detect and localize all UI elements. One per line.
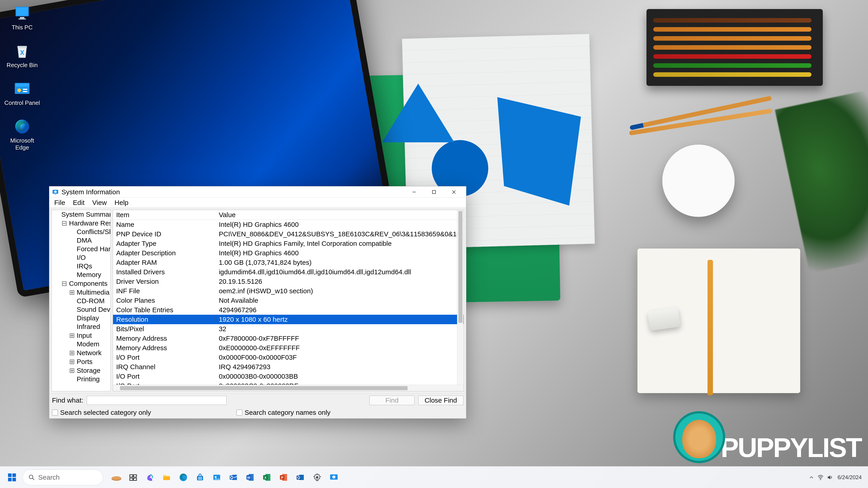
taskbar-app-microsoft-edge[interactable] — [176, 470, 191, 485]
taskbar-app-file-explorer[interactable] — [159, 470, 174, 485]
close-button[interactable] — [444, 186, 464, 198]
tree-item[interactable]: ⊞ Ports — [52, 357, 110, 366]
tree-item[interactable]: ⊟ Components — [52, 279, 110, 288]
tree-item[interactable]: Infrared — [52, 322, 110, 331]
list-row[interactable]: Memory Address0xF7800000-0xF7BFFFFF — [113, 334, 464, 343]
column-header-value[interactable]: Value — [216, 210, 464, 220]
tree-item[interactable]: ⊟ Hardware Resources — [52, 219, 110, 228]
taskbar-app-system-information[interactable]: i — [327, 470, 341, 485]
list-row[interactable]: Adapter DescriptionIntel(R) HD Graphics … — [113, 248, 464, 258]
taskbar-clock[interactable]: 6/24/2024 — [837, 474, 862, 481]
list-row[interactable]: Adapter RAM1.00 GB (1,073,741,824 bytes) — [113, 258, 464, 267]
list-row[interactable]: Installed Driversigdumdim64.dll,igd10ium… — [113, 267, 464, 277]
list-header[interactable]: Item Value — [113, 210, 464, 220]
tree-item[interactable]: Display — [52, 314, 110, 322]
svg-text:W: W — [247, 475, 250, 479]
taskbar-app-outlook-new[interactable] — [293, 470, 308, 485]
tree-item[interactable]: Forced Hardware — [52, 245, 110, 253]
svg-rect-1 — [16, 7, 28, 15]
list-row[interactable]: I/O Port0x000003B0-0x000003BB — [113, 372, 464, 381]
desktop-icon-label: This PC — [12, 24, 33, 31]
category-tree[interactable]: System Summary⊟ Hardware Resources Confl… — [52, 210, 111, 391]
system-tray[interactable] — [809, 474, 833, 481]
close-find-button[interactable]: Close Find — [418, 396, 463, 405]
list-row[interactable]: Resolution1920 x 1080 x 60 hertz — [113, 315, 464, 324]
desktop-icon-recycle-bin[interactable]: Recycle Bin — [4, 42, 41, 69]
tree-item[interactable]: ⊞ Network — [52, 348, 110, 357]
taskbar-app-word[interactable]: W — [243, 470, 258, 485]
taskbar-app-photos[interactable] — [209, 470, 224, 485]
list-row[interactable]: I/O Port0x000003C0-0x000003DF — [113, 381, 464, 385]
svg-rect-37 — [200, 479, 202, 480]
taskbar-app-outlook[interactable] — [226, 470, 241, 485]
minimize-button[interactable] — [404, 186, 424, 198]
tree-item[interactable]: ⊞ Multimedia — [52, 288, 110, 297]
chevron-up-icon[interactable] — [809, 475, 814, 480]
menu-view[interactable]: View — [89, 198, 110, 207]
list-row[interactable]: INF Fileoem2.inf (iHSWD_w10 section) — [113, 286, 464, 296]
vertical-scrollbar[interactable] — [457, 210, 463, 385]
tree-item[interactable]: DMA — [52, 236, 110, 245]
taskbar-app-excel[interactable]: X — [259, 470, 274, 485]
menu-file[interactable]: File — [51, 198, 69, 207]
app-icon: i — [52, 188, 59, 196]
tree-item[interactable]: ⊞ Storage — [52, 366, 110, 375]
list-row[interactable]: Color PlanesNot Available — [113, 296, 464, 305]
list-row[interactable]: PNP Device IDPCI\VEN_8086&DEV_0412&SUBSY… — [113, 229, 464, 239]
tree-item[interactable]: Memory — [52, 270, 110, 279]
titlebar[interactable]: i System Information — [49, 186, 466, 198]
taskbar-app-microsoft-store[interactable] — [193, 470, 208, 485]
desktop-icon-control-panel[interactable]: Control Panel — [4, 79, 41, 106]
tree-item[interactable]: Sound Device — [52, 305, 110, 314]
svg-rect-31 — [163, 477, 170, 480]
maximize-button[interactable] — [424, 186, 444, 198]
list-row[interactable]: Memory Address0xE0000000-0xEFFFFFFF — [113, 343, 464, 353]
find-input[interactable] — [87, 396, 226, 405]
taskbar-app-task-view[interactable] — [126, 470, 141, 485]
list-body[interactable]: NameIntel(R) HD Graphics 4600PNP Device … — [113, 220, 464, 385]
list-row[interactable]: Adapter TypeIntel(R) HD Graphics Family,… — [113, 239, 464, 248]
menu-edit[interactable]: Edit — [69, 198, 88, 207]
checkbox[interactable] — [237, 410, 242, 416]
list-row[interactable]: I/O Port0x0000F000-0x0000F03F — [113, 353, 464, 362]
find-button[interactable]: Find — [369, 396, 414, 405]
checkbox[interactable] — [52, 410, 58, 416]
volume-icon[interactable] — [827, 474, 833, 481]
taskbar: Search WXPi 6/24/2024 — [0, 466, 868, 488]
tree-item[interactable]: Modem — [52, 340, 110, 348]
desktop-icon-this-pc[interactable]: This PC — [4, 4, 41, 31]
menu-help[interactable]: Help — [111, 198, 132, 207]
tree-item[interactable]: Printing — [52, 375, 110, 383]
svg-point-59 — [820, 479, 821, 480]
svg-rect-9 — [23, 91, 27, 92]
taskbar-search[interactable]: Search — [23, 469, 103, 485]
taskbar-app-copilot[interactable] — [143, 470, 157, 485]
taskbar-app-powerpoint[interactable]: P — [276, 470, 291, 485]
search-category-names-only[interactable]: Search category names only — [237, 409, 331, 416]
list-row[interactable]: IRQ ChannelIRQ 4294967293 — [113, 362, 464, 372]
find-bar: Find what: Find Close Find — [49, 394, 466, 407]
column-header-item[interactable]: Item — [113, 210, 216, 220]
list-row[interactable]: Bits/Pixel32 — [113, 324, 464, 334]
desktop-icon-edge[interactable]: Microsoft Edge — [4, 117, 41, 151]
svg-point-55 — [316, 476, 318, 479]
tree-item[interactable]: CD-ROM — [52, 297, 110, 305]
tree-item[interactable]: IRQs — [52, 262, 110, 270]
horizontal-scrollbar[interactable] — [113, 385, 464, 391]
tree-item[interactable]: I/O — [52, 253, 110, 262]
svg-rect-21 — [8, 478, 12, 481]
start-button[interactable] — [4, 469, 20, 485]
taskbar-app-settings[interactable] — [310, 470, 324, 485]
svg-rect-3 — [19, 19, 26, 20]
list-row[interactable]: Driver Version20.19.15.5126 — [113, 277, 464, 286]
tree-item[interactable]: Conflicts/Sharing — [52, 228, 110, 236]
search-selected-only[interactable]: Search selected category only — [52, 409, 151, 416]
taskbar-app-news-widget[interactable] — [109, 470, 124, 485]
wifi-icon[interactable] — [817, 474, 824, 481]
control-panel-icon — [13, 79, 31, 98]
list-row[interactable]: Color Table Entries4294967296 — [113, 305, 464, 315]
taskbar-apps: WXPi — [109, 470, 341, 485]
list-row[interactable]: NameIntel(R) HD Graphics 4600 — [113, 220, 464, 229]
tree-item[interactable]: ⊞ Input — [52, 331, 110, 340]
tree-item[interactable]: System Summary — [52, 210, 110, 219]
